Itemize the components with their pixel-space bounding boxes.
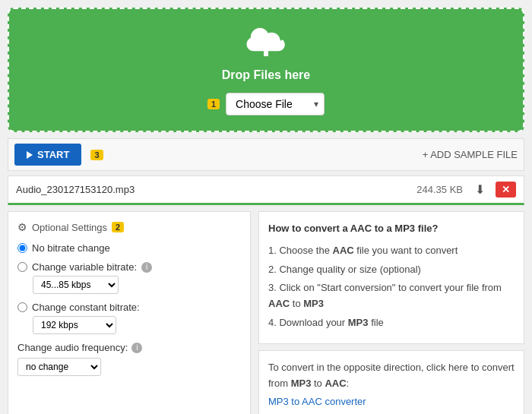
info-step-2: 2. Change quality or size (optional)	[268, 262, 515, 278]
file-remove-button[interactable]: ✕	[496, 182, 516, 198]
info-step-3: 3. Click on "Start conversion" to conver…	[268, 280, 515, 312]
drop-text: Drop Files here	[222, 68, 310, 82]
constant-bitrate-text: Change constant bitrate:	[32, 302, 140, 313]
file-name: Audio_230127153120.mp3	[16, 184, 410, 195]
frequency-label-row: Change audio frequency: i	[17, 342, 241, 353]
constant-bitrate-option: Change constant bitrate: 192 kbps 128 kb…	[17, 302, 241, 334]
variable-bitrate-info-icon[interactable]: i	[141, 262, 152, 273]
file-size: 244.35 KB	[416, 184, 463, 195]
dropzone[interactable]: Drop Files here 1 Choose File	[8, 8, 524, 132]
info-box-2-text: To convert in the opposite direction, cl…	[268, 360, 515, 392]
badge-2: 2	[112, 222, 124, 232]
settings-header: ⚙ Optional Settings 2	[17, 221, 241, 233]
settings-label: Optional Settings	[32, 222, 107, 233]
choose-file-btn-wrapper: Choose File	[226, 93, 325, 115]
frequency-select[interactable]: no change 8000 Hz 11025 Hz 22050 Hz 4410…	[17, 358, 101, 376]
page-wrapper: Drop Files here 1 Choose File START 3 + …	[0, 0, 532, 414]
mp3-to-aac-link[interactable]: MP3 to AAC converter	[268, 396, 366, 407]
toolbar-left: START 3	[14, 144, 103, 166]
no-bitrate-text: No bitrate change	[32, 242, 110, 254]
frequency-info-icon[interactable]: i	[131, 343, 142, 353]
no-bitrate-label[interactable]: No bitrate change	[17, 242, 241, 254]
toolbar-right: + ADD SAMPLE FILE	[423, 149, 518, 160]
file-row: Audio_230127153120.mp3 244.35 KB ⬇ ✕	[8, 175, 524, 205]
badge-1: 1	[207, 99, 220, 109]
info-box-2: To convert in the opposite direction, cl…	[258, 350, 524, 414]
choose-file-select[interactable]: Choose File	[226, 93, 325, 115]
info-box-1-title: How to convert a AAC to a MP3 file?	[268, 221, 515, 237]
left-panel: ⚙ Optional Settings 2 No bitrate change …	[8, 211, 251, 414]
cloud-upload-icon	[243, 24, 289, 62]
no-bitrate-radio[interactable]	[17, 243, 27, 253]
download-icon[interactable]: ⬇	[475, 182, 485, 197]
info-step-4: 4. Download your MP3 file	[268, 315, 515, 331]
variable-bitrate-radio[interactable]	[17, 262, 27, 272]
variable-bitrate-label[interactable]: Change variable bitrate: i	[17, 261, 241, 273]
toolbar: START 3 + ADD SAMPLE FILE	[8, 138, 524, 171]
badge-3: 3	[90, 150, 103, 160]
gear-icon: ⚙	[17, 221, 27, 233]
variable-bitrate-select[interactable]: 45...85 kbps 85...165 kbps 165...320 kbp…	[33, 276, 119, 294]
main-content: ⚙ Optional Settings 2 No bitrate change …	[8, 211, 524, 414]
constant-bitrate-label[interactable]: Change constant bitrate:	[17, 302, 241, 313]
start-button[interactable]: START	[14, 144, 81, 166]
add-sample-button[interactable]: + ADD SAMPLE FILE	[423, 149, 518, 160]
start-label: START	[37, 149, 69, 160]
variable-bitrate-text: Change variable bitrate:	[32, 261, 137, 273]
frequency-label-text: Change audio frequency:	[17, 342, 128, 353]
variable-bitrate-option: Change variable bitrate: i 45...85 kbps …	[17, 261, 241, 294]
play-icon	[27, 151, 33, 159]
choose-file-area: 1 Choose File	[207, 93, 325, 115]
info-box-1: How to convert a AAC to a MP3 file? 1. C…	[258, 211, 524, 344]
constant-bitrate-select[interactable]: 192 kbps 128 kbps 256 kbps 320 kbps	[33, 316, 116, 334]
no-bitrate-option: No bitrate change	[17, 242, 241, 254]
right-panel: How to convert a AAC to a MP3 file? 1. C…	[258, 211, 524, 414]
add-sample-label: + ADD SAMPLE FILE	[423, 149, 518, 160]
constant-bitrate-radio[interactable]	[17, 302, 27, 312]
info-step-1: 1. Choose the AAC file you want to conve…	[268, 243, 515, 259]
